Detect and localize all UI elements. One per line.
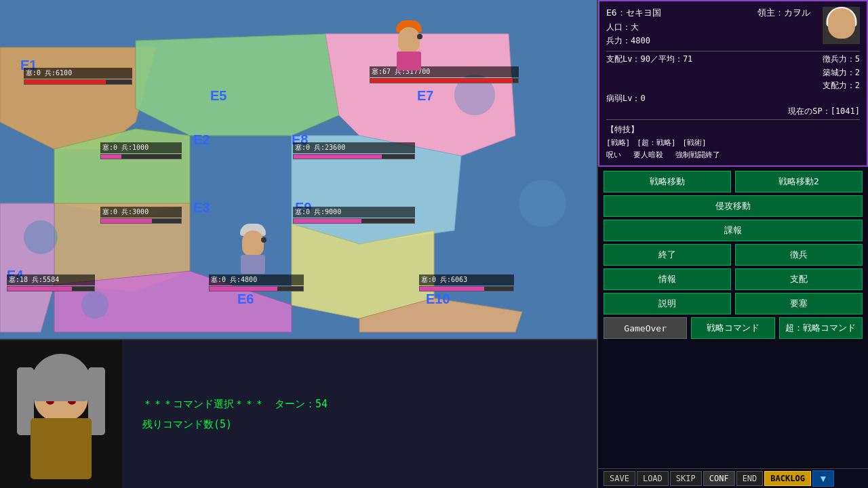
strategic-move2-btn[interactable]: 戦略移動2 <box>735 171 863 192</box>
region-title: E6：セキヨ国 <box>606 7 661 19</box>
conscript-btn[interactable]: 徴兵 <box>735 244 863 266</box>
svg-point-12 <box>81 291 108 319</box>
troop-e8: 塞:0 兵:23600 <box>293 142 415 159</box>
right-panel: E6：セキヨ国 領主：カヲル 人口：大 兵力：4800 <box>597 0 868 488</box>
lord-portrait <box>823 7 860 44</box>
conf-btn[interactable]: CONF <box>703 471 735 486</box>
troops-label: 兵力：4800 <box>606 35 650 47</box>
skills-row2: 呪い 要人暗殺 強制戦闘終了 <box>606 150 860 160</box>
troop-e9: 塞:0 兵:9000 <box>293 207 415 224</box>
avatar-image <box>7 347 115 483</box>
map-area: E1 E2 E3 E4 E5 E6 E7 E8 E9 E10 塞:0 兵:610… <box>0 0 597 339</box>
end-bar-btn[interactable]: END <box>736 471 764 486</box>
info-btn[interactable]: 情報 <box>604 268 731 290</box>
region-label-e5: E5 <box>210 88 226 104</box>
explain-btn[interactable]: 説明 <box>604 293 731 314</box>
troop-e10: 塞:0 兵:6063 <box>419 274 514 291</box>
troop-e1: 塞:0 兵:6100 <box>24 68 132 85</box>
info-panel: E6：セキヨ国 領主：カヲル 人口：大 兵力：4800 <box>598 0 868 167</box>
btn-row-7: GameOver 戦略コマンド 超：戦略コマンド <box>604 317 863 339</box>
bottom-bar: SAVE LOAD SKIP CONF END BACKLOG ▼ <box>598 468 868 488</box>
strat-cmd-btn[interactable]: 戦略コマンド <box>691 317 774 339</box>
region-label-e3: E3 <box>193 200 210 216</box>
troop-e7: 塞:67 兵:317700 <box>370 66 519 83</box>
gameover-btn[interactable]: GameOver <box>604 317 687 339</box>
btn-row-4: 終了 徴兵 <box>604 244 863 266</box>
skill-1: [戦略] <box>606 138 630 148</box>
load-btn[interactable]: LOAD <box>637 471 669 486</box>
population-label: 人口：大 <box>606 22 639 33</box>
left-panel: E1 E2 E3 E4 E5 E6 E7 E8 E9 E10 塞:0 兵:610… <box>0 0 597 488</box>
skip-btn[interactable]: SKIP <box>670 471 702 486</box>
skills-title: 【特技】 <box>606 124 860 136</box>
super-strat-cmd-btn[interactable]: 超：戦略コマンド <box>779 317 863 339</box>
svg-marker-2 <box>136 34 339 136</box>
character-sprite-e6 <box>241 224 264 274</box>
message-area: ＊＊＊コマンド選択＊＊＊ ターン：54 残りコマンド数(5) <box>122 340 597 488</box>
sp-value: 現在のSP：[1041] <box>788 106 860 117</box>
attack-move-btn[interactable]: 侵攻移動 <box>604 195 863 217</box>
btn-row-6: 説明 要塞 <box>604 293 863 314</box>
skill-3: [戦術] <box>683 138 707 148</box>
svg-point-14 <box>519 180 566 227</box>
btn-row-3: 課報 <box>604 220 863 241</box>
region-label-e10: E10 <box>426 291 450 307</box>
intelligence-btn[interactable]: 課報 <box>604 220 863 241</box>
save-btn[interactable]: SAVE <box>604 471 635 486</box>
btn-row-2: 侵攻移動 <box>604 195 863 217</box>
control-btn[interactable]: 支配 <box>735 268 863 290</box>
control-power: 支配力：2 <box>823 80 860 92</box>
character-sprite-e7 <box>397 20 420 71</box>
control-lv: 支配Lv：90／平均：71 <box>606 54 692 65</box>
fortress-power: 築城力：2 <box>823 67 860 79</box>
skills-row1: [戦略] [超：戦略] [戦術] <box>606 138 860 148</box>
troop-e2: 塞:0 兵:1000 <box>100 142 182 159</box>
bottom-avatar <box>0 340 122 488</box>
bottom-panel: ＊＊＊コマンド選択＊＊＊ ターン：54 残りコマンド数(5) <box>0 339 597 488</box>
remaining-commands: 残りコマンド数(5) <box>142 414 576 434</box>
conscription: 徴兵力：5 <box>823 54 860 65</box>
skill-6: 強制戦闘終了 <box>675 150 720 160</box>
backlog-btn[interactable]: BACKLOG <box>764 471 811 486</box>
troop-e6: 塞:0 兵:4800 <box>209 274 304 291</box>
btn-row-1: 戦略移動 戦略移動2 <box>604 171 863 192</box>
region-label-e6: E6 <box>237 291 254 307</box>
scroll-down-btn[interactable]: ▼ <box>812 470 834 487</box>
illness-lv: 病弱Lv：0 <box>606 93 646 104</box>
command-text: ＊＊＊コマンド選択＊＊＊ ターン：54 <box>142 394 576 414</box>
end-btn[interactable]: 終了 <box>604 244 731 266</box>
troop-e3: 塞:0 兵:3000 <box>100 207 182 224</box>
skill-2: [超：戦略] <box>637 138 675 148</box>
btn-row-5: 情報 支配 <box>604 268 863 290</box>
region-label-e2: E2 <box>193 132 210 148</box>
region-label-e7: E7 <box>417 88 433 104</box>
troop-e4: 塞:18 兵:5584 <box>7 274 95 291</box>
fortress-btn[interactable]: 要塞 <box>735 293 863 314</box>
skill-4: 呪い <box>606 150 621 160</box>
skill-5: 要人暗殺 <box>633 150 663 160</box>
action-buttons: 戦略移動 戦略移動2 侵攻移動 課報 終了 徴兵 情報 支配 <box>598 167 868 468</box>
svg-point-11 <box>24 220 58 254</box>
lord-name: 領主：カヲル <box>757 7 810 19</box>
skills-section: 【特技】 [戦略] [超：戦略] [戦術] 呪い 要人暗殺 強制戦闘終了 <box>606 124 860 160</box>
strategic-move-btn[interactable]: 戦略移動 <box>604 171 731 192</box>
